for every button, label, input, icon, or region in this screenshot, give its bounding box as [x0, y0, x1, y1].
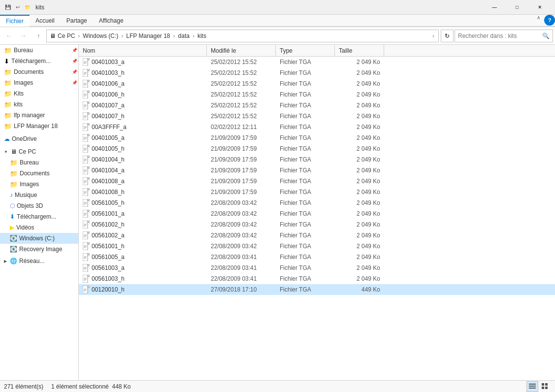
sidebar-item-label: Vidéos [16, 224, 34, 231]
address-refresh[interactable]: ↻ [441, 30, 454, 42]
table-row[interactable]: 00401008_h 21/09/2009 17:59 Fichier TGA … [79, 187, 555, 197]
folder-icon: 📁 [4, 112, 12, 119]
nav-back-button[interactable]: ← [2, 29, 16, 43]
objects-3d-icon: ⬡ [10, 202, 15, 209]
sidebar-item-label: Documents [14, 68, 44, 75]
file-cell-modified: 22/08/2009 03:42 [207, 221, 276, 228]
tab-partage[interactable]: Partage [61, 15, 93, 27]
file-cell-type: Fichier TGA [276, 69, 335, 76]
table-row[interactable]: 00401006_h 25/02/2012 15:52 Fichier TGA … [79, 89, 555, 100]
file-cell-size: 2 049 Ko [335, 264, 384, 271]
ribbon-chevron[interactable]: ∧ [535, 15, 542, 26]
file-cell-size: 2 049 Ko [335, 134, 384, 141]
col-header-taille[interactable]: Taille [335, 45, 384, 57]
svg-rect-18 [83, 91, 88, 98]
sidebar-item-lfp-manager-18[interactable]: 📁 LFP Manager 18 [0, 121, 78, 131]
address-box[interactable]: 🖥 Ce PC › Windows (C:) › LFP Manager 18 … [46, 30, 439, 42]
title-back-icon[interactable]: ↩ [14, 3, 22, 11]
sidebar-item-objets-3d[interactable]: ⬡ Objets 3D [0, 200, 78, 211]
file-cell-name: 00A3FFFF_a [79, 123, 207, 131]
sidebar-item-telechargements-pin[interactable]: ⬇ Téléchargem... 📌 [0, 56, 78, 66]
sidebar-item-reseau[interactable]: ▶ 🌐 Réseau... [0, 256, 78, 266]
svg-rect-56 [88, 156, 90, 158]
status-selected: 1 élément sélectionné 448 Ko [51, 383, 131, 390]
close-button[interactable]: ✕ [528, 0, 551, 15]
sidebar-item-documents-pin[interactable]: 📁 Documents 📌 [0, 66, 78, 77]
col-header-type[interactable]: Type [276, 45, 335, 57]
file-cell-size: 2 049 Ko [335, 243, 384, 250]
table-row[interactable]: 00401005_a 21/09/2009 17:59 Fichier TGA … [79, 132, 555, 143]
table-row[interactable]: 00120010_h 27/09/2018 17:10 Fichier TGA … [79, 284, 555, 295]
table-row[interactable]: 00401003_a 25/02/2012 15:52 Fichier TGA … [79, 57, 555, 67]
sidebar-item-lfp-manager[interactable]: 📁 lfp manager [0, 110, 78, 121]
sidebar-item-onedrive[interactable]: ☁ OneDrive [0, 132, 78, 145]
table-row[interactable]: 00401005_h 21/09/2009 17:59 Fichier TGA … [79, 143, 555, 154]
sidebar-item-videos[interactable]: ▶ Vidéos [0, 222, 78, 233]
svg-rect-66 [83, 177, 88, 185]
table-row[interactable]: 00401004_a 21/09/2009 17:59 Fichier TGA … [79, 165, 555, 176]
table-row[interactable]: 00561005_a 22/08/2009 03:41 Fichier TGA … [79, 252, 555, 262]
col-header-modifie[interactable]: Modifié le [207, 45, 276, 57]
search-input[interactable] [458, 33, 540, 39]
sidebar-item-ce-pc[interactable]: ▼ 🖥 Ce PC [0, 146, 78, 157]
sidebar-item-telechargements[interactable]: ⬇ Téléchargem... [0, 211, 78, 222]
sidebar-item-label: Kits [14, 90, 24, 97]
table-row[interactable]: 00401007_h 25/02/2012 15:52 Fichier TGA … [79, 111, 555, 122]
folder-icon: 📁 [4, 68, 12, 76]
sidebar-item-kits2[interactable]: 📁 kits [0, 99, 78, 110]
breadcrumb-kits[interactable]: kits [197, 33, 206, 39]
sidebar-item-musique[interactable]: ♪ Musique [0, 190, 78, 200]
folder-icon: ⬇ [4, 58, 9, 65]
svg-rect-30 [83, 112, 88, 120]
sidebar-item-label: Images [20, 181, 39, 188]
table-row[interactable]: 00401007_a 25/02/2012 15:52 Fichier TGA … [79, 100, 555, 111]
breadcrumb-data[interactable]: data [178, 33, 190, 39]
table-row[interactable]: 00561002_a 22/08/2009 03:42 Fichier TGA … [79, 230, 555, 241]
sidebar-item-images-pin[interactable]: 📁 Images 📌 [0, 77, 78, 88]
view-large-icons-button[interactable] [539, 381, 551, 392]
minimize-button[interactable]: — [483, 0, 506, 15]
help-button[interactable]: ? [544, 15, 555, 26]
sidebar-item-bureau[interactable]: 📁 Bureau [0, 157, 78, 168]
svg-rect-38 [88, 123, 90, 125]
table-row[interactable]: 00561001_h 22/08/2009 03:42 Fichier TGA … [79, 241, 555, 252]
svg-rect-54 [83, 156, 88, 163]
table-row[interactable]: 00401003_h 25/02/2012 15:52 Fichier TGA … [79, 67, 555, 78]
sidebar-item-documents[interactable]: 📁 Documents [0, 168, 78, 179]
table-row[interactable]: 00561003_h 22/08/2009 03:41 Fichier TGA … [79, 273, 555, 284]
svg-rect-14 [88, 80, 90, 82]
svg-rect-2 [88, 58, 90, 60]
col-header-nom[interactable]: Nom [79, 45, 207, 57]
nav-forward-button[interactable]: → [17, 29, 31, 43]
sidebar-item-kits[interactable]: 📁 Kits [0, 88, 78, 99]
breadcrumb-windows[interactable]: Windows (C:) [83, 33, 118, 39]
svg-rect-135 [542, 383, 544, 386]
table-row[interactable]: 00561003_a 22/08/2009 03:41 Fichier TGA … [79, 262, 555, 273]
breadcrumb-cepc[interactable]: Ce PC [58, 33, 75, 39]
svg-rect-104 [88, 242, 90, 244]
table-row[interactable]: 00561005_h 22/08/2009 03:42 Fichier TGA … [79, 197, 555, 208]
table-row[interactable]: 00561001_a 22/08/2009 03:42 Fichier TGA … [79, 208, 555, 219]
table-row[interactable]: 00401004_h 21/09/2009 17:59 Fichier TGA … [79, 154, 555, 165]
sidebar-item-bureau-pin[interactable]: 📁 Bureau 📌 [0, 45, 78, 56]
sidebar-item-windows-c[interactable]: 💽 Windows (C:) [0, 233, 78, 244]
svg-rect-120 [83, 275, 88, 283]
svg-rect-8 [88, 69, 90, 71]
nav-up-button[interactable]: ↑ [32, 29, 45, 43]
sidebar-item-label: Bureau [20, 159, 39, 166]
table-row[interactable]: 00561002_h 22/08/2009 03:42 Fichier TGA … [79, 219, 555, 230]
tab-fichier[interactable]: Fichier [0, 15, 30, 27]
tab-accueil[interactable]: Accueil [30, 15, 61, 27]
file-cell-modified: 25/02/2012 15:52 [207, 59, 276, 65]
title-save-icon[interactable]: 💾 [4, 3, 12, 11]
sidebar-item-recovery-image[interactable]: 💽 Recovery Image [0, 244, 78, 255]
breadcrumb-lfp[interactable]: LFP Manager 18 [126, 33, 170, 39]
search-box[interactable]: 🔍 [455, 30, 553, 42]
sidebar-item-images[interactable]: 📁 Images [0, 179, 78, 190]
table-row[interactable]: 00401006_a 25/02/2012 15:52 Fichier TGA … [79, 78, 555, 89]
tab-affichage[interactable]: Affichage [93, 15, 130, 27]
table-row[interactable]: 00401008_a 21/09/2009 17:59 Fichier TGA … [79, 176, 555, 187]
maximize-button[interactable]: □ [506, 0, 528, 15]
view-details-button[interactable] [526, 381, 538, 392]
table-row[interactable]: 00A3FFFF_a 02/02/2012 12:11 Fichier TGA … [79, 122, 555, 132]
